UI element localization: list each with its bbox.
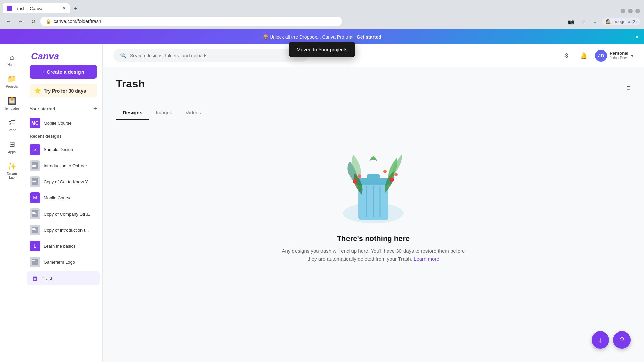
page-body: Trash ≡ Designs Images Videos	[103, 67, 644, 362]
recent-item-6[interactable]: L Learn the basics	[24, 238, 102, 254]
tab-videos[interactable]: Videos	[179, 106, 208, 120]
svg-rect-5	[32, 180, 35, 180]
browser-chrome: Trash - Canva × + ← → ↻ 🔒 canva.com/fold…	[0, 0, 644, 29]
user-chevron-icon: ▾	[631, 53, 633, 58]
create-design-button[interactable]: + Create a design	[30, 65, 97, 79]
recent-item-1[interactable]: Introduction to Onboar...	[24, 158, 102, 174]
active-tab[interactable]: Trash - Canva ×	[3, 3, 70, 13]
minimize-btn[interactable]	[621, 9, 625, 13]
learn-more-link[interactable]: Learn more	[414, 256, 439, 262]
download-fab[interactable]: ↓	[592, 331, 609, 349]
user-menu[interactable]: JD Personal John Doe ▾	[595, 50, 633, 62]
recent-item-5[interactable]: Copy of Introduction t...	[24, 222, 102, 238]
maximize-btn[interactable]	[628, 9, 633, 13]
recent-item-name-4: Copy of Company Stru...	[44, 212, 91, 217]
projects-icon: 📁	[7, 75, 16, 83]
templates-notification-dot	[10, 97, 14, 101]
sidebar-item-brand[interactable]: 🏷 Brand	[3, 115, 21, 135]
close-btn[interactable]	[635, 9, 640, 13]
svg-rect-1	[32, 164, 35, 164]
promo-close-btn[interactable]: ×	[635, 34, 639, 41]
sidebar-item-templates-label: Templates	[4, 107, 20, 110]
header-right: ⚙ 🔔 JD Personal John Doe ▾	[560, 50, 633, 62]
user-name: John Doe	[610, 56, 628, 60]
starred-item-name: Mobile Course	[44, 121, 72, 126]
recent-item-icon-6: L	[30, 241, 40, 251]
sidebar-item-home[interactable]: ⌂ Home	[3, 50, 21, 70]
sidebar-item-dreamlab[interactable]: ✨ Dream Lab	[3, 159, 21, 183]
back-button[interactable]: ←	[4, 17, 13, 26]
search-bar[interactable]: 🔍	[113, 49, 308, 62]
recent-item-icon-4	[30, 208, 40, 219]
trash-nav-item[interactable]: 🗑 Trash	[27, 272, 100, 285]
recent-item-3[interactable]: M Mobile Course	[24, 190, 102, 206]
recent-item-icon-1	[30, 160, 40, 171]
tooltip-wrap: Moved to Your projects	[289, 42, 355, 57]
sidebar-item-apps-label: Apps	[8, 150, 16, 154]
incognito-badge: 🕵 Incognito (2)	[602, 18, 640, 25]
sidebar-item-projects[interactable]: 📁 Projects	[3, 71, 21, 92]
starred-item-icon: MC	[30, 118, 40, 128]
trash-illustration	[330, 151, 417, 225]
sidebar-content: Canva + Create a design ⭐ Try Pro for 30…	[24, 44, 102, 362]
recent-item-name-7: Gamefarm Logo	[44, 260, 75, 265]
starred-item-mobile-course[interactable]: MC Mobile Course	[24, 115, 102, 131]
recent-item-name-1: Introduction to Onboar...	[44, 163, 90, 168]
browser-nav-bar: ← → ↻ 🔒 canva.com/folder/trash 📷 ☆ ↓ 🕵 I…	[0, 13, 644, 29]
user-plan: Personal	[610, 51, 628, 56]
refresh-button[interactable]: ↻	[28, 17, 38, 26]
forward-button[interactable]: →	[16, 17, 25, 26]
starred-add-btn[interactable]: +	[93, 105, 97, 112]
notification-bell-icon[interactable]: 🔔	[578, 50, 590, 62]
svg-rect-11	[32, 228, 35, 229]
address-bar[interactable]: 🔒 canva.com/folder/trash	[40, 17, 342, 26]
recent-item-icon-2	[30, 176, 40, 187]
address-text: canva.com/folder/trash	[54, 19, 101, 24]
recent-section-title: Recent designs	[30, 134, 62, 139]
content-header: 🔍 ⚙ 🔔 JD Personal John Doe ▾	[103, 44, 644, 67]
recent-item-name-2: Copy of Get to Know Y...	[44, 179, 91, 184]
empty-state-title: There's nothing here	[337, 234, 410, 243]
recent-item-name-6: Learn the basics	[44, 244, 75, 249]
promo-get-started-link[interactable]: Get started	[357, 34, 381, 40]
camera-icon[interactable]: 📷	[566, 17, 576, 26]
recent-item-name-0: Sample Design	[44, 147, 73, 152]
tab-images[interactable]: Images	[149, 106, 179, 120]
download-nav-icon[interactable]: ↓	[590, 17, 600, 26]
search-input[interactable]	[130, 53, 301, 58]
search-icon: 🔍	[120, 52, 127, 59]
sidebar-item-templates[interactable]: 🔲 Templates	[3, 93, 21, 114]
sidebar-item-projects-label: Projects	[6, 85, 18, 88]
help-fab[interactable]: ?	[613, 331, 631, 349]
fab-group: ↓ ?	[592, 331, 631, 349]
starred-section-header: Your starred +	[24, 103, 102, 115]
app: 🏆 Unlock all the Dropbox... Canva Pro tr…	[0, 29, 644, 362]
recent-item-0[interactable]: S Sample Design	[24, 141, 102, 158]
try-pro-button[interactable]: ⭐ Try Pro for 30 days	[30, 84, 97, 97]
recent-item-4[interactable]: Copy of Company Stru...	[24, 206, 102, 222]
settings-icon[interactable]: ⚙	[560, 50, 572, 62]
empty-state-desc: Any designs you trash will end up here. …	[279, 247, 467, 263]
page-title: Trash	[116, 78, 145, 90]
recent-item-name-3: Mobile Course	[44, 195, 72, 200]
sidebar-item-apps[interactable]: ⊞ Apps	[3, 137, 21, 157]
tab-close-btn[interactable]: ×	[63, 5, 66, 11]
sidebar-item-home-label: Home	[7, 63, 16, 67]
tab-title: Trash - Canva	[15, 6, 42, 11]
view-toggle-btn[interactable]: ≡	[626, 84, 631, 93]
sidebar-logo: Canva	[24, 44, 102, 65]
content-area: 🔍 ⚙ 🔔 JD Personal John Doe ▾	[103, 44, 644, 362]
trash-nav-label: Trash	[42, 276, 53, 281]
svg-rect-9	[32, 213, 36, 214]
user-name-wrap: Personal John Doe	[610, 51, 628, 60]
main-layout: ⌂ Home 📁 Projects 🔲 Templates	[0, 44, 644, 362]
vertical-nav: ⌂ Home 📁 Projects 🔲 Templates	[0, 44, 24, 362]
new-tab-btn[interactable]: +	[71, 4, 80, 13]
recent-item-2[interactable]: Copy of Get to Know Y...	[24, 174, 102, 190]
tab-designs[interactable]: Designs	[116, 106, 149, 120]
recent-item-7[interactable]: Gamefarm Logo	[24, 254, 102, 270]
svg-rect-13	[32, 259, 38, 265]
star-icon[interactable]: ☆	[578, 17, 588, 26]
sidebar: ⌂ Home 📁 Projects 🔲 Templates	[0, 44, 103, 362]
brand-icon: 🏷	[8, 118, 16, 127]
